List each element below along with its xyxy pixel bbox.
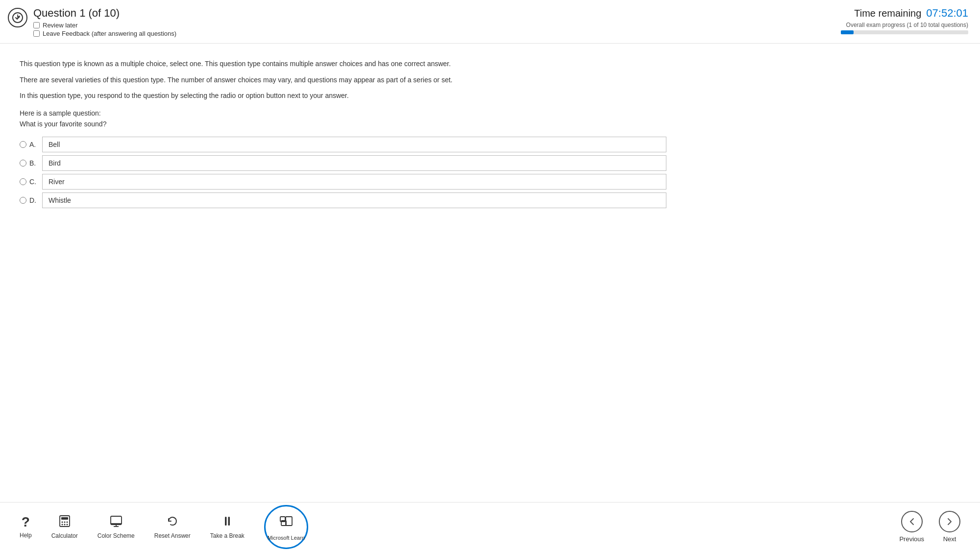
- review-icon[interactable]: [8, 8, 27, 27]
- svg-rect-17: [286, 517, 292, 526]
- header-right: Time remaining 07:52:01 Overall exam pro…: [841, 7, 968, 34]
- reset-answer-icon: [166, 515, 179, 529]
- svg-point-7: [64, 524, 65, 525]
- intro-text-1: This question type is known as a multipl…: [20, 58, 666, 69]
- review-later-checkbox[interactable]: [33, 22, 40, 28]
- answer-letter-d: D.: [29, 196, 39, 204]
- toolbar-right: Previous Next: [899, 511, 960, 543]
- intro-text-3: In this question type, you respond to th…: [20, 90, 666, 101]
- timer-row: Time remaining 07:52:01: [841, 7, 968, 20]
- header-checkboxes: Review later Leave Feedback (after answe…: [33, 22, 176, 37]
- answer-letter-b: B.: [29, 159, 39, 167]
- sample-label: Here is a sample question:: [20, 109, 960, 117]
- previous-label: Previous: [899, 535, 924, 543]
- previous-icon: [901, 511, 923, 532]
- calculator-button[interactable]: Calculator: [51, 515, 78, 539]
- next-button[interactable]: Next: [939, 511, 960, 543]
- calculator-label: Calculator: [51, 532, 78, 539]
- question-title: Question 1 (of 10): [33, 7, 176, 20]
- timer-label: Time remaining: [854, 8, 921, 19]
- calculator-icon: [58, 515, 71, 529]
- take-a-break-icon: [221, 515, 234, 529]
- leave-feedback-checkbox[interactable]: [33, 30, 40, 37]
- microsoft-learn-circle[interactable]: Microsoft Learn: [264, 505, 308, 549]
- reset-answer-button[interactable]: Reset Answer: [154, 515, 191, 539]
- timer-value: 07:52:01: [926, 7, 968, 20]
- review-later-label[interactable]: Review later: [33, 22, 176, 29]
- answer-option-d: D. Whistle: [20, 192, 666, 208]
- header-title-block: Question 1 (of 10) Review later Leave Fe…: [33, 7, 176, 38]
- previous-button[interactable]: Previous: [899, 511, 924, 543]
- progress-bar-fill: [841, 30, 854, 34]
- help-button[interactable]: ? Help: [20, 515, 32, 539]
- question-text: What is your favorite sound?: [20, 120, 960, 128]
- progress-label: Overall exam progress (1 of 10 total que…: [841, 22, 968, 28]
- answer-box-a[interactable]: Bell: [42, 137, 666, 152]
- bottom-toolbar: ? Help Calculator: [0, 502, 980, 551]
- help-label: Help: [20, 532, 32, 539]
- intro-text-2: There are several varieties of this ques…: [20, 74, 666, 85]
- leave-feedback-label[interactable]: Leave Feedback (after answering all ques…: [33, 30, 176, 37]
- svg-point-4: [64, 521, 65, 523]
- svg-point-3: [61, 521, 63, 523]
- svg-rect-2: [61, 517, 68, 520]
- reset-answer-label: Reset Answer: [154, 532, 191, 539]
- answer-letter-c: C.: [29, 178, 39, 186]
- svg-rect-13: [225, 517, 227, 526]
- answer-box-b[interactable]: Bird: [42, 155, 666, 171]
- microsoft-learn-label: Microsoft Learn: [268, 535, 305, 541]
- svg-point-5: [66, 521, 68, 523]
- take-a-break-button[interactable]: Take a Break: [210, 515, 245, 539]
- color-scheme-icon: [110, 515, 122, 529]
- help-icon: ?: [22, 515, 30, 529]
- answer-option-b: B. Bird: [20, 155, 666, 171]
- svg-rect-14: [228, 517, 230, 526]
- radio-b[interactable]: [20, 160, 26, 167]
- next-label: Next: [943, 535, 956, 543]
- microsoft-learn-icon: [278, 513, 294, 533]
- main-content: This question type is known as a multipl…: [0, 44, 980, 220]
- color-scheme-button[interactable]: Color Scheme: [98, 515, 135, 539]
- toolbar-left: ? Help Calculator: [20, 505, 308, 549]
- answer-options: A. Bell B. Bird C. River D. Whistle: [20, 137, 666, 211]
- answer-option-c: C. River: [20, 174, 666, 190]
- radio-d[interactable]: [20, 197, 26, 204]
- progress-bar: [841, 30, 968, 34]
- svg-point-6: [61, 524, 63, 525]
- take-a-break-label: Take a Break: [210, 532, 245, 539]
- color-scheme-label: Color Scheme: [98, 532, 135, 539]
- header-left: Question 1 (of 10) Review later Leave Fe…: [8, 7, 176, 38]
- answer-letter-a: A.: [29, 141, 39, 148]
- answer-option-a: A. Bell: [20, 137, 666, 152]
- answer-box-d[interactable]: Whistle: [42, 192, 666, 208]
- next-icon: [939, 511, 960, 532]
- microsoft-learn-button[interactable]: Microsoft Learn: [264, 505, 308, 549]
- answer-box-c[interactable]: River: [42, 174, 666, 190]
- svg-point-8: [66, 524, 68, 525]
- radio-c[interactable]: [20, 178, 26, 185]
- header: Question 1 (of 10) Review later Leave Fe…: [0, 0, 980, 44]
- radio-a[interactable]: [20, 141, 26, 148]
